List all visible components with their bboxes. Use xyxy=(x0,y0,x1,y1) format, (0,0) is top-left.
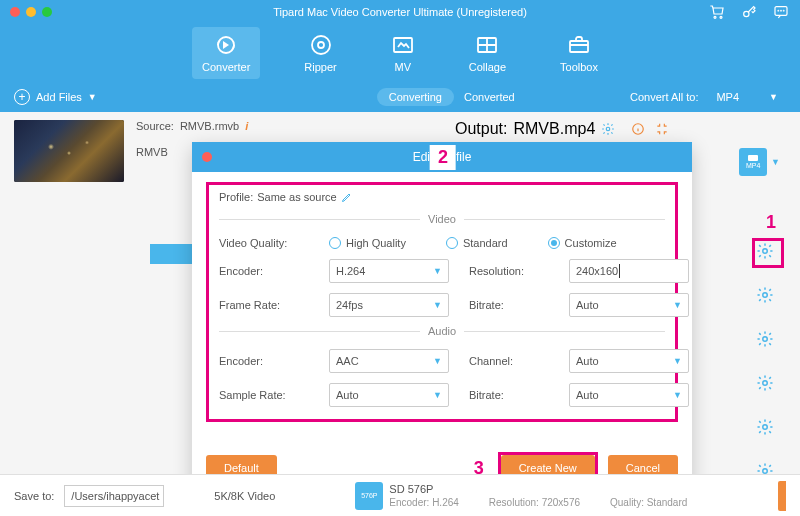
save-to-label: Save to: xyxy=(14,490,54,502)
profile-label: Profile: xyxy=(219,191,253,203)
svg-point-9 xyxy=(318,42,324,48)
samplerate-select[interactable]: Auto▼ xyxy=(329,383,449,407)
svg-point-17 xyxy=(763,337,768,342)
video-encoder-label: Encoder: xyxy=(219,265,309,277)
info-icon[interactable] xyxy=(631,122,645,136)
tab-converting[interactable]: Converting xyxy=(377,88,454,106)
output-value: RMVB.mp4 xyxy=(513,120,595,138)
video-thumbnail[interactable] xyxy=(14,120,124,182)
nav-label: Converter xyxy=(202,61,250,73)
nav-collage[interactable]: Collage xyxy=(459,27,516,79)
video-quality-label: Video Quality: xyxy=(219,237,309,249)
nav-label: MV xyxy=(394,61,411,73)
nav-ripper[interactable]: Ripper xyxy=(294,27,346,79)
app-title: Tipard Mac Video Converter Ultimate (Unr… xyxy=(273,6,527,18)
mv-icon xyxy=(391,33,415,57)
dialog-title-post: file xyxy=(456,150,471,164)
annotation-2-box: Profile: Same as source Video Video Qual… xyxy=(206,182,678,422)
gear-icon[interactable] xyxy=(756,418,774,436)
chevron-down-icon: ▼ xyxy=(433,390,442,400)
chevron-down-icon[interactable]: ▼ xyxy=(88,92,97,102)
minimize-window-button[interactable] xyxy=(26,7,36,17)
collage-icon xyxy=(475,33,499,57)
settings-gear-column xyxy=(756,242,774,480)
side-category-label[interactable]: 5K/8K Video xyxy=(214,490,275,502)
svg-point-1 xyxy=(720,16,722,18)
format-badge[interactable]: MP4 xyxy=(739,148,767,176)
video-bitrate-select[interactable]: Auto▼ xyxy=(569,293,689,317)
video-bitrate-label: Bitrate: xyxy=(469,299,549,311)
annotation-1-label: 1 xyxy=(766,212,776,233)
convert-all-label: Convert All to: xyxy=(630,91,698,103)
tab-converted[interactable]: Converted xyxy=(464,91,515,103)
svg-point-6 xyxy=(783,10,784,11)
chevron-down-icon: ▼ xyxy=(433,356,442,366)
annotation-1-box xyxy=(752,238,784,268)
samplerate-label: Sample Rate: xyxy=(219,389,309,401)
quality-standard-radio[interactable]: Standard xyxy=(446,237,508,249)
svg-point-16 xyxy=(763,293,768,298)
source-label: Source: xyxy=(136,120,174,132)
feedback-icon[interactable] xyxy=(772,3,790,21)
toolbar: + Add Files ▼ Converting Converted Conve… xyxy=(0,82,800,112)
converter-icon xyxy=(214,33,238,57)
convert-button[interactable] xyxy=(778,481,786,511)
close-dialog-button[interactable] xyxy=(202,152,212,162)
audio-bitrate-select[interactable]: Auto▼ xyxy=(569,383,689,407)
info-icon[interactable]: i xyxy=(245,120,248,132)
resolution-input[interactable]: 240x160 xyxy=(569,259,689,283)
svg-point-4 xyxy=(778,10,779,11)
nav-toolbox[interactable]: Toolbox xyxy=(550,27,608,79)
nav-label: Ripper xyxy=(304,61,336,73)
audio-bitrate-label: Bitrate: xyxy=(469,389,549,401)
svg-rect-12 xyxy=(570,41,588,52)
chevron-down-icon: ▼ xyxy=(769,92,778,102)
save-path-input[interactable]: /Users/ihappyacet xyxy=(64,485,164,507)
pencil-icon[interactable] xyxy=(341,191,353,203)
svg-point-13 xyxy=(607,127,611,131)
add-files-button[interactable]: + Add Files ▼ xyxy=(14,89,97,105)
resolution-label: Resolution: xyxy=(469,265,549,277)
source-value: RMVB.rmvb xyxy=(180,120,239,132)
maximize-window-button[interactable] xyxy=(42,7,52,17)
chevron-down-icon: ▼ xyxy=(673,300,682,310)
key-icon[interactable] xyxy=(740,3,758,21)
video-encoder-select[interactable]: H.264▼ xyxy=(329,259,449,283)
svg-point-2 xyxy=(744,11,749,16)
dialog-header: Edi 2 file xyxy=(192,142,692,172)
chevron-down-icon: ▼ xyxy=(433,300,442,310)
framerate-select[interactable]: 24fps▼ xyxy=(329,293,449,317)
channel-select[interactable]: Auto▼ xyxy=(569,349,689,373)
chevron-down-icon: ▼ xyxy=(433,266,442,276)
svg-point-5 xyxy=(781,10,782,11)
nav-label: Toolbox xyxy=(560,61,598,73)
close-window-button[interactable] xyxy=(10,7,20,17)
profile-value: Same as source xyxy=(257,191,336,203)
audio-encoder-label: Encoder: xyxy=(219,355,309,367)
convert-all-value: MP4 xyxy=(716,91,739,103)
convert-all-format-select[interactable]: MP4 ▼ xyxy=(708,89,786,105)
quality-customize-radio[interactable]: Customize xyxy=(548,237,617,249)
audio-section-label: Audio xyxy=(428,325,456,337)
gear-icon[interactable] xyxy=(601,122,615,136)
cart-icon[interactable] xyxy=(708,3,726,21)
gear-icon[interactable] xyxy=(756,286,774,304)
preset-name: SD 576P xyxy=(389,483,687,495)
svg-point-19 xyxy=(763,425,768,430)
selection-strip xyxy=(150,244,192,264)
preset-badge[interactable]: 576P xyxy=(355,482,383,510)
gear-icon[interactable] xyxy=(756,374,774,392)
window-controls xyxy=(10,7,52,17)
svg-point-20 xyxy=(763,469,768,474)
toolbox-icon xyxy=(567,33,591,57)
framerate-label: Frame Rate: xyxy=(219,299,309,311)
quality-high-radio[interactable]: High Quality xyxy=(329,237,406,249)
nav-mv[interactable]: MV xyxy=(381,27,425,79)
dialog-title-pre: Edi xyxy=(413,150,430,164)
nav-converter[interactable]: Converter xyxy=(192,27,260,79)
audio-encoder-select[interactable]: AAC▼ xyxy=(329,349,449,373)
ripper-icon xyxy=(309,33,333,57)
chevron-down-icon[interactable]: ▼ xyxy=(771,157,780,167)
gear-icon[interactable] xyxy=(756,330,774,348)
compress-icon[interactable] xyxy=(655,122,669,136)
